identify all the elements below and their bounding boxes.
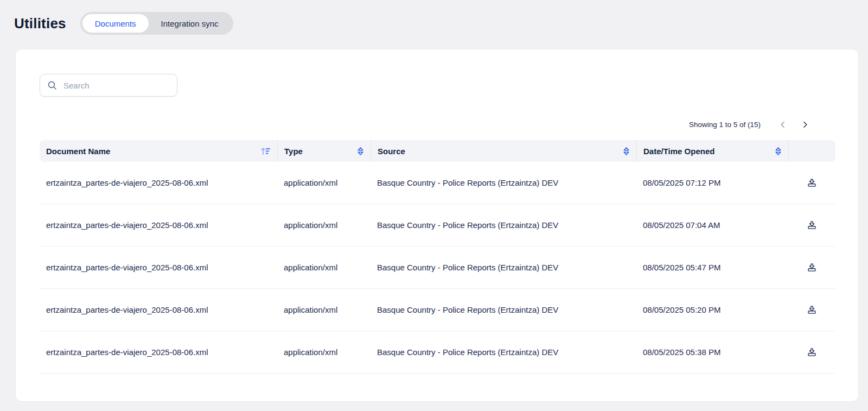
column-label: Document Name bbox=[46, 147, 110, 156]
date-time-opened-cell: 08/05/2025 05:38 PM bbox=[636, 347, 788, 357]
type-cell: application/xml bbox=[277, 263, 371, 272]
sort-ascending-icon bbox=[261, 147, 271, 155]
download-icon bbox=[807, 220, 817, 230]
date-time-opened-cell: 08/05/2025 07:12 PM bbox=[636, 178, 788, 187]
table-header-row: Document Name Type bbox=[40, 140, 835, 162]
table-body: ertzaintza_partes-de-viajero_2025-08-06.… bbox=[40, 162, 835, 374]
search-icon bbox=[47, 80, 57, 90]
type-cell: application/xml bbox=[277, 178, 371, 187]
documents-panel: Showing 1 to 5 of (15) Document Name bbox=[15, 49, 859, 402]
search-input[interactable] bbox=[62, 80, 170, 91]
download-button[interactable] bbox=[805, 302, 819, 317]
document-name-cell: ertzaintza_partes-de-viajero_2025-08-06.… bbox=[40, 178, 277, 187]
actions-cell bbox=[788, 218, 835, 232]
type-cell: application/xml bbox=[277, 347, 371, 357]
type-cell: application/xml bbox=[277, 220, 371, 230]
table-row: ertzaintza_partes-de-viajero_2025-08-06.… bbox=[40, 289, 835, 331]
topbar: Utilities Documents Integration sync bbox=[0, 0, 868, 35]
download-button[interactable] bbox=[805, 260, 819, 275]
download-icon bbox=[807, 262, 817, 273]
source-cell: Basque Country - Police Reports (Ertzain… bbox=[371, 263, 636, 272]
actions-cell bbox=[788, 302, 835, 317]
pagination: Showing 1 to 5 of (15) bbox=[16, 116, 813, 132]
search-box[interactable] bbox=[40, 74, 177, 97]
download-icon bbox=[807, 347, 817, 357]
table-row: ertzaintza_partes-de-viajero_2025-08-06.… bbox=[40, 246, 835, 289]
tab-integration-sync[interactable]: Integration sync bbox=[149, 14, 231, 33]
next-page-button[interactable] bbox=[796, 116, 813, 132]
table-row: ertzaintza_partes-de-viajero_2025-08-06.… bbox=[40, 162, 835, 204]
actions-cell bbox=[788, 175, 835, 190]
sort-toggle-icon bbox=[775, 147, 782, 156]
document-name-cell: ertzaintza_partes-de-viajero_2025-08-06.… bbox=[40, 220, 277, 230]
download-button[interactable] bbox=[805, 175, 819, 190]
type-cell: application/xml bbox=[277, 305, 371, 314]
download-icon bbox=[807, 178, 817, 188]
pagination-summary: Showing 1 to 5 of (15) bbox=[689, 121, 761, 129]
actions-cell bbox=[788, 345, 835, 359]
sort-date-time-button[interactable] bbox=[775, 147, 782, 156]
table-row: ertzaintza_partes-de-viajero_2025-08-06.… bbox=[40, 331, 835, 374]
sort-type-button[interactable] bbox=[357, 147, 364, 156]
date-time-opened-cell: 08/05/2025 07:04 AM bbox=[636, 220, 788, 230]
column-label: Type bbox=[284, 147, 303, 156]
actions-cell bbox=[788, 260, 835, 275]
column-header-document-name: Document Name bbox=[40, 140, 277, 162]
column-header-type: Type bbox=[277, 140, 371, 162]
source-cell: Basque Country - Police Reports (Ertzain… bbox=[371, 178, 636, 187]
tab-documents[interactable]: Documents bbox=[82, 14, 149, 33]
download-button[interactable] bbox=[805, 345, 819, 359]
page-title: Utilities bbox=[14, 15, 66, 32]
download-button[interactable] bbox=[805, 218, 819, 232]
previous-page-button[interactable] bbox=[775, 116, 791, 132]
table-row: ertzaintza_partes-de-viajero_2025-08-06.… bbox=[40, 204, 835, 246]
sort-document-name-button[interactable] bbox=[261, 147, 271, 155]
tab-switcher: Documents Integration sync bbox=[80, 12, 233, 35]
documents-table: Document Name Type bbox=[40, 140, 835, 374]
sort-toggle-icon bbox=[357, 147, 364, 156]
chevron-left-icon bbox=[779, 121, 787, 129]
column-header-actions bbox=[788, 140, 835, 162]
source-cell: Basque Country - Police Reports (Ertzain… bbox=[371, 347, 636, 357]
source-cell: Basque Country - Police Reports (Ertzain… bbox=[371, 220, 636, 230]
sort-toggle-icon bbox=[623, 147, 630, 156]
document-name-cell: ertzaintza_partes-de-viajero_2025-08-06.… bbox=[40, 305, 277, 314]
document-name-cell: ertzaintza_partes-de-viajero_2025-08-06.… bbox=[40, 263, 277, 272]
date-time-opened-cell: 08/05/2025 05:20 PM bbox=[636, 305, 788, 314]
date-time-opened-cell: 08/05/2025 05:47 PM bbox=[636, 263, 788, 272]
column-label: Source bbox=[378, 147, 405, 156]
column-label: Date/Time Opened bbox=[643, 147, 714, 156]
download-icon bbox=[807, 305, 817, 315]
chevron-right-icon bbox=[801, 121, 809, 129]
source-cell: Basque Country - Police Reports (Ertzain… bbox=[371, 305, 636, 314]
document-name-cell: ertzaintza_partes-de-viajero_2025-08-06.… bbox=[40, 347, 277, 357]
column-header-source: Source bbox=[371, 140, 636, 162]
column-header-date-time-opened: Date/Time Opened bbox=[636, 140, 788, 162]
sort-source-button[interactable] bbox=[623, 147, 630, 156]
